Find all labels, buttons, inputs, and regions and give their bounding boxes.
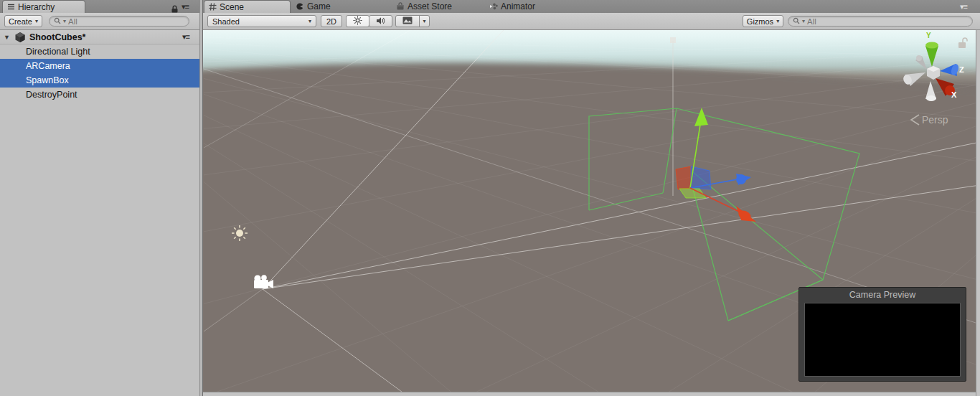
- scene-header-row[interactable]: ▼ ShootCubes* ▾≡: [0, 30, 199, 44]
- effects-dropdown-button[interactable]: ▾: [419, 15, 430, 27]
- hierarchy-item-destroypoint[interactable]: DestroyPoint: [0, 88, 199, 102]
- scene-name-label: ShootCubes*: [29, 32, 85, 42]
- scene-tabstrip: Scene Game Asset Store Animator ▾≡: [203, 0, 980, 13]
- scene-panel-menu-icon[interactable]: ▾≡: [960, 2, 967, 11]
- window-right-edge: [976, 30, 980, 396]
- chevron-down-icon: ▾: [35, 19, 38, 24]
- search-icon: [793, 17, 801, 25]
- hierarchy-search-input[interactable]: ▾ All: [49, 16, 189, 27]
- camera-preview-title: Camera Preview: [799, 290, 966, 300]
- scene-search-input[interactable]: ▾ All: [788, 16, 973, 27]
- game-icon: [296, 2, 304, 11]
- axis-label-y: Y: [926, 32, 931, 39]
- audio-toggle-button[interactable]: [369, 15, 392, 27]
- move-gizmo-plane-x[interactable]: [676, 166, 691, 189]
- item-label: DestroyPoint: [0, 90, 77, 100]
- unity-logo-icon: [14, 32, 26, 46]
- asset-store-icon: [396, 2, 405, 11]
- tab-asset-store[interactable]: Asset Store: [392, 0, 485, 13]
- gizmos-label: Gizmos: [747, 17, 773, 26]
- hierarchy-tabstrip: Hierarchy ▾≡: [0, 0, 199, 13]
- sun-icon: [353, 16, 362, 27]
- tab-animator-label: Animator: [501, 1, 535, 11]
- lighting-toggle-button[interactable]: [346, 15, 369, 27]
- tab-hierarchy-label: Hierarchy: [18, 2, 55, 12]
- chevron-down-icon: ▾: [423, 19, 425, 24]
- draw-mode-dropdown[interactable]: Shaded ▾: [207, 15, 316, 27]
- scene-grid-icon: [209, 3, 217, 11]
- 2d-toggle-button[interactable]: 2D: [321, 15, 342, 27]
- create-button[interactable]: Create ▾: [4, 15, 42, 27]
- hierarchy-item-directional-light[interactable]: Directional Light: [0, 44, 199, 59]
- search-filter-caret-icon: ▾: [802, 19, 805, 24]
- item-label: SpawnBox: [0, 75, 69, 85]
- search-icon: [54, 17, 62, 25]
- chevron-down-icon: ▾: [776, 19, 779, 24]
- item-label: Directional Light: [0, 47, 90, 57]
- hierarchy-panel-menu-icon[interactable]: ▾≡: [182, 2, 189, 11]
- animator-icon: [489, 2, 498, 11]
- hierarchy-item-arcamera[interactable]: ARCamera: [0, 59, 199, 73]
- scene-viewport[interactable]: Y Z X Persp Camera Preview: [203, 30, 976, 392]
- axis-label-z: Z: [959, 65, 964, 74]
- 2d-label: 2D: [326, 17, 336, 26]
- hierarchy-search-placeholder: All: [68, 17, 77, 26]
- move-gizmo-arrow-z-cap: [736, 174, 746, 184]
- hierarchy-item-spawnbox[interactable]: SpawnBox: [0, 73, 199, 88]
- chevron-down-icon: ▾: [308, 19, 311, 24]
- unity-editor-window: Hierarchy ▾≡ Create ▾ ▾ All ▼ ShootCubes…: [0, 0, 980, 396]
- tab-scene-label: Scene: [220, 2, 244, 12]
- item-label: ARCamera: [0, 61, 70, 71]
- tab-asset-store-label: Asset Store: [407, 1, 452, 11]
- window-bottom-edge: [203, 392, 976, 396]
- image-icon: [402, 16, 413, 26]
- hierarchy-toolbar: Create ▾ ▾ All: [0, 13, 199, 30]
- scene-header-menu-icon[interactable]: ▾≡: [182, 32, 189, 42]
- directional-light-gizmo[interactable]: [232, 225, 248, 241]
- gizmos-dropdown[interactable]: Gizmos ▾: [743, 15, 783, 27]
- effects-toggle-button[interactable]: [395, 15, 420, 27]
- camera-preview-screen: [804, 303, 961, 377]
- draw-mode-label: Shaded: [212, 17, 240, 26]
- create-button-label: Create: [9, 17, 32, 26]
- camera-preview-panel: Camera Preview: [798, 287, 966, 382]
- tab-animator[interactable]: Animator: [485, 0, 565, 13]
- axis-label-x: X: [951, 90, 957, 99]
- speaker-icon: [376, 16, 386, 27]
- tab-scene[interactable]: Scene: [204, 0, 291, 13]
- projection-label: Persp: [922, 114, 948, 126]
- search-filter-caret-icon: ▾: [63, 19, 66, 24]
- scene-search-placeholder: All: [807, 17, 816, 26]
- tab-hierarchy[interactable]: Hierarchy: [2, 0, 85, 13]
- tab-game-label: Game: [307, 1, 331, 11]
- viewport-lock-icon[interactable]: [958, 38, 967, 48]
- hierarchy-list-icon: [7, 3, 15, 11]
- scene-toolbar: Shaded ▾ 2D ▾ Gizmos ▾: [203, 13, 980, 30]
- foldout-triangle-icon[interactable]: ▼: [4, 34, 10, 41]
- tab-game[interactable]: Game: [291, 0, 378, 13]
